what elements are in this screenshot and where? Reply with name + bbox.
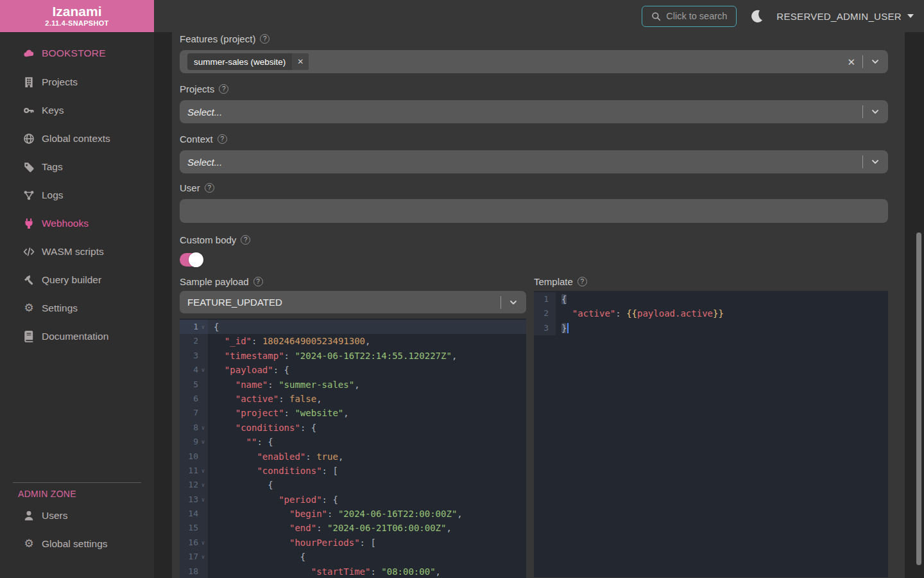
- sidebar-nav: BOOKSTORE Projects Keys Global contexts …: [0, 32, 154, 351]
- code-line[interactable]: 8∨ "conditions": {: [180, 421, 526, 435]
- fold-icon[interactable]: ∨: [198, 550, 208, 564]
- tag-icon: [23, 161, 35, 173]
- code-line[interactable]: 3 "timestamp": "2024-06-16T22:14:55.1202…: [180, 349, 526, 363]
- theme-toggle[interactable]: [749, 9, 764, 23]
- code-line[interactable]: 3}: [534, 321, 888, 335]
- code-line[interactable]: 10 "enabled": true,: [180, 450, 526, 464]
- chip-label: summer-sales (website): [187, 53, 292, 70]
- clear-icon[interactable]: ✕: [847, 57, 855, 67]
- sidebar-item-label: WASM scripts: [42, 246, 104, 258]
- line-gutter: 18: [180, 565, 208, 578]
- custom-body-toggle[interactable]: [180, 253, 203, 267]
- sidebar-item-global-settings[interactable]: ⚙ Global settings: [0, 530, 154, 558]
- line-gutter: 3: [534, 321, 556, 335]
- chip-remove-icon[interactable]: ✕: [292, 53, 309, 70]
- search-button[interactable]: Click to search: [642, 6, 737, 27]
- line-gutter: 17∨: [180, 550, 208, 564]
- user-input[interactable]: [180, 199, 888, 223]
- sidebar-item-webhooks[interactable]: Webhooks: [0, 209, 154, 238]
- fold-icon[interactable]: ∨: [198, 536, 208, 550]
- code-line[interactable]: 12∨ {: [180, 478, 526, 492]
- sidebar-item-logs[interactable]: Logs: [0, 181, 154, 209]
- sample-payload-editor[interactable]: 1∨{2 "_id": 1802464900523491300,3 "times…: [180, 319, 526, 578]
- line-gutter: 9∨: [180, 435, 208, 449]
- fold-icon[interactable]: ∨: [198, 493, 208, 507]
- code-line[interactable]: 11∨ "conditions": [: [180, 464, 526, 478]
- sidebar-item-tags[interactable]: Tags: [0, 153, 154, 181]
- code-line[interactable]: 6 "active": false,: [180, 392, 526, 406]
- app-brand[interactable]: Izanami 2.11.4-SNAPSHOT: [0, 0, 154, 32]
- sidebar-item-label: Documentation: [42, 331, 108, 342]
- code-line[interactable]: 14 "begin": "2024-06-16T22:00:00Z",: [180, 507, 526, 521]
- gear-icon: ⚙: [23, 302, 35, 314]
- sidebar-item-documentation[interactable]: Documentation: [0, 322, 154, 351]
- code-line[interactable]: 15 "end": "2024-06-21T06:00:00Z",: [180, 521, 526, 535]
- help-icon[interactable]: ?: [218, 134, 227, 144]
- help-icon[interactable]: ?: [241, 235, 250, 245]
- sidebar-item-label: Settings: [42, 302, 78, 314]
- sidebar-item-wasm-scripts[interactable]: WASM scripts: [0, 238, 154, 266]
- select-separator: [862, 55, 863, 68]
- chevron-down-icon[interactable]: [870, 107, 880, 117]
- admin-zone-section: ADMIN ZONE Users ⚙ Global settings: [0, 475, 154, 558]
- help-icon[interactable]: ?: [205, 183, 214, 193]
- help-icon[interactable]: ?: [578, 277, 587, 286]
- fold-icon[interactable]: ∨: [198, 363, 208, 377]
- sidebar-item-label: Logs: [42, 189, 64, 201]
- context-select[interactable]: Select...: [180, 150, 888, 173]
- sidebar-item-label: Projects: [42, 76, 78, 88]
- code-line[interactable]: 2 "_id": 1802464900523491300,: [180, 334, 526, 348]
- help-icon[interactable]: ?: [219, 84, 228, 94]
- sidebar-item-users[interactable]: Users: [0, 502, 154, 530]
- help-icon[interactable]: ?: [260, 34, 270, 44]
- code-line[interactable]: 2 "active": {{payload.active}}: [534, 306, 888, 320]
- code-line[interactable]: 1{: [534, 292, 888, 306]
- help-icon[interactable]: ?: [253, 277, 263, 286]
- line-gutter: 1: [534, 292, 556, 306]
- scrollbar-thumb[interactable]: [916, 232, 921, 565]
- code-line[interactable]: 17∨ {: [180, 550, 526, 564]
- projects-select[interactable]: Select...: [180, 100, 888, 123]
- chevron-down-icon[interactable]: [870, 157, 880, 167]
- toggle-knob: [189, 252, 203, 267]
- webhook-form: Features (project) ? summer-sales (websi…: [172, 32, 905, 578]
- line-gutter: 16∨: [180, 536, 208, 550]
- projects-label: Projects ?: [180, 83, 888, 94]
- cloud-icon: [23, 48, 35, 59]
- fold-icon[interactable]: ∨: [198, 478, 208, 492]
- sidebar-item-tenant-bookstore[interactable]: BOOKSTORE: [0, 39, 154, 68]
- fold-icon[interactable]: ∨: [198, 421, 208, 435]
- select-placeholder: Select...: [187, 157, 222, 168]
- chevron-down-icon[interactable]: [508, 297, 518, 308]
- code-line[interactable]: 13∨ "period": {: [180, 493, 526, 507]
- code-line[interactable]: 4∨ "payload": {: [180, 363, 526, 377]
- fold-icon[interactable]: ∨: [198, 435, 208, 449]
- features-select[interactable]: summer-sales (website) ✕ ✕: [180, 50, 888, 73]
- code-line[interactable]: 7 "project": "website",: [180, 406, 526, 420]
- sidebar: Izanami 2.11.4-SNAPSHOT BOOKSTORE Projec…: [0, 0, 154, 578]
- sample-payload-select[interactable]: FEATURE_UPDATED: [180, 291, 526, 313]
- line-gutter: 2: [534, 306, 556, 320]
- code-line[interactable]: 16∨ "hourPeriods": [: [180, 536, 526, 550]
- code-line[interactable]: 5 "name": "summer-sales",: [180, 378, 526, 392]
- chevron-down-icon[interactable]: [870, 57, 880, 67]
- sidebar-item-keys[interactable]: Keys: [0, 96, 154, 125]
- sidebar-item-global-contexts[interactable]: Global contexts: [0, 125, 154, 153]
- admin-zone-heading: ADMIN ZONE: [0, 489, 154, 499]
- code-line[interactable]: 1∨{: [180, 320, 526, 334]
- sidebar-item-settings[interactable]: ⚙ Settings: [0, 294, 154, 322]
- template-editor[interactable]: 1{2 "active": {{payload.active}}3}: [534, 291, 888, 577]
- fold-icon[interactable]: ∨: [198, 320, 208, 334]
- fold-icon[interactable]: ∨: [198, 464, 208, 478]
- sidebar-item-projects[interactable]: Projects: [0, 68, 154, 96]
- user-menu[interactable]: RESERVED_ADMIN_USER: [776, 11, 914, 22]
- select-separator: [862, 155, 863, 168]
- sidebar-divider: [13, 482, 141, 483]
- sidebar-item-query-builder[interactable]: Query builder: [0, 266, 154, 294]
- code-line[interactable]: 18 "startTime": "08:00:00",: [180, 565, 526, 578]
- line-gutter: 3: [180, 349, 208, 363]
- code-line[interactable]: 9∨ "": {: [180, 435, 526, 449]
- plug-icon: [23, 218, 35, 229]
- text-cursor: [567, 323, 569, 333]
- hammer-icon: [23, 274, 35, 286]
